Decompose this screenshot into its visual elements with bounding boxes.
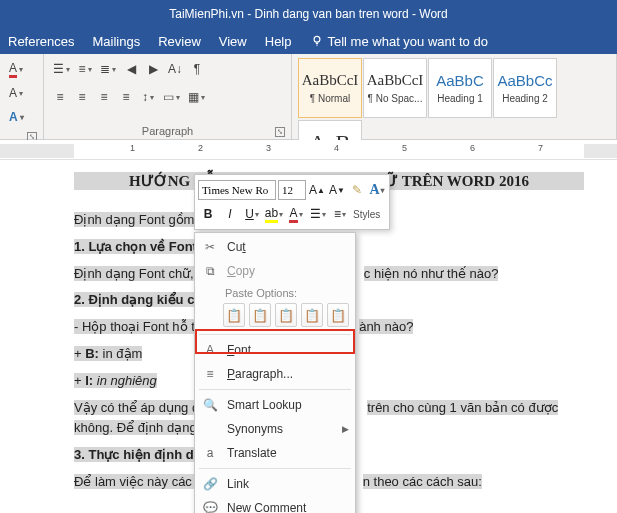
tab-help[interactable]: Help (265, 34, 292, 49)
sort-button[interactable]: A↓ (165, 58, 185, 80)
copy-icon: ⧉ (201, 264, 219, 278)
paste-text-only-button[interactable]: 📋 (301, 303, 323, 327)
dialog-launcher-icon[interactable]: ⤡ (275, 127, 285, 137)
comment-icon: 💬 (201, 501, 219, 513)
mini-styles-label: Styles (352, 204, 381, 224)
paragraph-icon: ≡ (201, 367, 219, 381)
menu-cut[interactable]: ✂Cut (195, 235, 355, 259)
font-a-icon: A (201, 343, 219, 357)
menu-translate[interactable]: aTranslate (195, 441, 355, 465)
tell-me[interactable]: Tell me what you want to do (310, 34, 488, 49)
context-menu: ✂Cut ⧉Copy Paste Options: 📋 📋 📋 📋 📋 AFon… (194, 232, 356, 513)
menu-font[interactable]: AFont... (195, 338, 355, 362)
bold-button[interactable]: B (198, 204, 218, 224)
font-size-input[interactable] (278, 180, 306, 200)
separator (199, 389, 351, 390)
tab-view[interactable]: View (219, 34, 247, 49)
tab-mailings[interactable]: Mailings (92, 34, 140, 49)
search-icon: 🔍 (201, 398, 219, 412)
show-marks-button[interactable]: ¶ (187, 58, 207, 80)
ribbon: A A A ⤡ ☰ ≡ ≣ ◀ ▶ A↓ ¶ ≡ ≡ ≡ ≡ ↕ ▭ ▦ Par… (0, 54, 617, 140)
decrease-indent-button[interactable]: ◀ (121, 58, 141, 80)
align-left-button[interactable]: ≡ (50, 86, 70, 108)
separator (199, 334, 351, 335)
menu-paragraph[interactable]: ≡Paragraph... (195, 362, 355, 386)
style-normal[interactable]: AaBbCcI¶ Normal (298, 58, 362, 118)
paste-keep-source-button[interactable]: 📋 (223, 303, 245, 327)
justify-button[interactable]: ≡ (116, 86, 136, 108)
tab-review[interactable]: Review (158, 34, 201, 49)
font-color-button[interactable]: A (286, 204, 306, 224)
menu-link[interactable]: 🔗Link (195, 472, 355, 496)
clear-formatting-button[interactable]: A (6, 82, 26, 104)
paragraph-group-label: Paragraph (142, 125, 193, 137)
paste-default-button[interactable]: 📋 (327, 303, 349, 327)
text-effects-button[interactable]: A (6, 106, 27, 128)
numbering-button[interactable]: ≡ (330, 204, 350, 224)
highlight-button[interactable]: ab (264, 204, 284, 224)
menu-new-comment[interactable]: 💬New Comment (195, 496, 355, 513)
menu-smart-lookup[interactable]: 🔍Smart Lookup (195, 393, 355, 417)
style-heading-2[interactable]: AaBbCcHeading 2 (493, 58, 557, 118)
borders-button[interactable]: ▦ (185, 86, 208, 108)
align-center-button[interactable]: ≡ (72, 86, 92, 108)
ribbon-group-font-partial: A A A ⤡ (0, 54, 44, 139)
paste-picture-button[interactable]: 📋 (275, 303, 297, 327)
ribbon-group-styles: AaBbCcI¶ Normal AaBbCcI¶ No Spac... AaBb… (292, 54, 617, 139)
text: Định dạng Font gồm c (74, 212, 205, 227)
numbering-button[interactable]: ≡ (75, 58, 95, 80)
bullets-button[interactable]: ☰ (50, 58, 73, 80)
lightbulb-icon (310, 34, 324, 48)
shading-button[interactable]: ▭ (160, 86, 183, 108)
format-painter-button[interactable]: ✎ (348, 180, 366, 200)
style-heading-1[interactable]: AaBbCHeading 1 (428, 58, 492, 118)
translate-icon: a (201, 446, 219, 460)
menu-bar: References Mailings Review View Help Tel… (0, 28, 617, 54)
underline-button[interactable]: U (242, 204, 262, 224)
increase-indent-button[interactable]: ▶ (143, 58, 163, 80)
paste-options-header: Paste Options: (195, 283, 355, 301)
line-spacing-button[interactable]: ↕ (138, 86, 158, 108)
shrink-font-button[interactable]: A▼ (328, 180, 346, 200)
font-name-input[interactable] (198, 180, 276, 200)
ribbon-group-paragraph: ☰ ≡ ≣ ◀ ▶ A↓ ¶ ≡ ≡ ≡ ≡ ↕ ▭ ▦ Paragraph⤡ (44, 54, 292, 139)
tab-references[interactable]: References (8, 34, 74, 49)
menu-synonyms[interactable]: Synonyms▶ (195, 417, 355, 441)
link-icon: 🔗 (201, 477, 219, 491)
font-color-button[interactable]: A (6, 58, 26, 80)
multilevel-button[interactable]: ≣ (97, 58, 119, 80)
mini-toolbar: A▲ A▼ ✎ A B I U ab A ☰ ≡ Styles (194, 174, 390, 230)
submenu-arrow-icon: ▶ (342, 424, 349, 434)
svg-point-0 (314, 36, 320, 42)
window-title: TaiMienPhi.vn - Dinh dang van ban tren w… (169, 7, 448, 21)
italic-button[interactable]: I (220, 204, 240, 224)
align-right-button[interactable]: ≡ (94, 86, 114, 108)
separator (199, 468, 351, 469)
scissors-icon: ✂ (201, 240, 219, 254)
ruler[interactable]: 1 2 3 4 5 6 7 (0, 140, 617, 160)
paste-merge-button[interactable]: 📋 (249, 303, 271, 327)
menu-copy[interactable]: ⧉Copy (195, 259, 355, 283)
bullets-button[interactable]: ☰ (308, 204, 328, 224)
title-bar: TaiMienPhi.vn - Dinh dang van ban tren w… (0, 0, 617, 28)
paste-options-row: 📋 📋 📋 📋 📋 (195, 301, 355, 331)
style-no-spacing[interactable]: AaBbCcI¶ No Spac... (363, 58, 427, 118)
grow-font-button[interactable]: A▲ (308, 180, 326, 200)
styles-button[interactable]: A (368, 180, 386, 200)
